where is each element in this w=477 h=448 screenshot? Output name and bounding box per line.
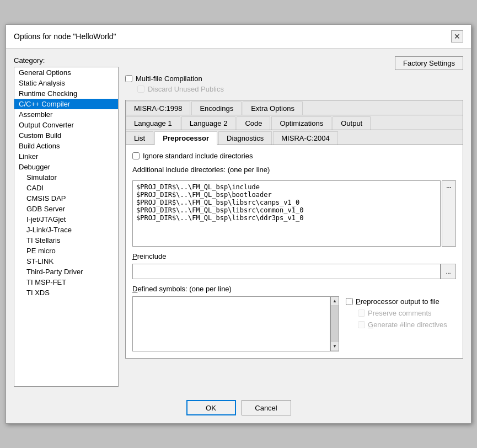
- category-list: General OptionsStatic AnalysisRuntime Ch…: [14, 67, 119, 387]
- multifile-label: Multi-file Compilation: [136, 74, 202, 83]
- tab-misra-2004[interactable]: MISRA-C:2004: [273, 131, 337, 145]
- sidebar-item-st-link[interactable]: ST-LINK: [14, 256, 118, 266]
- sidebar-item-static-analysis[interactable]: Static Analysis: [14, 78, 118, 88]
- preinclude-section: Preinclude ...: [132, 252, 456, 279]
- defined-symbols-label-text: Defined symbols: (one per line): [132, 285, 232, 293]
- discard-checkbox-row: Discard Unused Publics: [125, 85, 463, 93]
- multifile-checkbox-row: Multi-file Compilation: [125, 74, 463, 83]
- preinclude-input-row: ...: [132, 264, 456, 279]
- dialog-footer: OK Cancel: [6, 394, 471, 423]
- preserve-comments-checkbox-row: Preserve comments: [346, 309, 456, 317]
- preprocessor-output-checkbox[interactable]: [346, 298, 353, 305]
- preprocessor-output-section: Preprocessor output to file Preserve com…: [346, 296, 456, 329]
- tab-preprocessor[interactable]: Preprocessor: [154, 131, 217, 145]
- sidebar-item-third-party[interactable]: Third-Party Driver: [14, 266, 118, 277]
- additional-includes-label: Additional include directories: (one per…: [132, 166, 456, 174]
- include-dirs-area: Additional include directories: (one per…: [132, 166, 456, 247]
- generate-directives-checkbox-row: Generate #line directives: [346, 321, 456, 329]
- sidebar-item-i-jet[interactable]: I-jet/JTAGjet: [14, 214, 118, 225]
- multifile-checkbox[interactable]: [125, 75, 132, 82]
- sidebar-item-gdb-server[interactable]: GDB Server: [14, 204, 118, 214]
- title-bar: Options for node "HelloWorld" ✕: [6, 25, 471, 49]
- sidebar-item-assembler[interactable]: Assembler: [14, 109, 118, 120]
- tab-diagnostics[interactable]: Diagnostics: [218, 131, 272, 145]
- scroll-down-arrow[interactable]: ▼: [331, 342, 339, 351]
- tab-row-1: MISRA-C:1998EncodingsExtra Options: [126, 100, 463, 115]
- dialog-title: Options for node "HelloWorld": [14, 32, 116, 41]
- tab-encodings[interactable]: Encodings: [191, 102, 242, 115]
- right-panel: Factory Settings Multi-file Compilation …: [125, 56, 463, 387]
- preinclude-label: Preinclude: [132, 252, 456, 260]
- defined-symbols-label: Defined symbols: (one per line): [132, 285, 456, 293]
- preprocessor-output-label: Preprocessor output to file: [356, 297, 440, 306]
- defined-symbols-left: ▲ ▼: [132, 296, 339, 351]
- sidebar-item-ti-msp-fet[interactable]: TI MSP-FET: [14, 277, 118, 287]
- tab-language1[interactable]: Language 1: [126, 116, 180, 130]
- cancel-button[interactable]: Cancel: [242, 400, 291, 415]
- tab-code[interactable]: Code: [237, 116, 270, 130]
- sidebar-item-jlink[interactable]: J-Link/J-Trace: [14, 225, 118, 235]
- defined-symbols-textarea[interactable]: [132, 296, 330, 351]
- sidebar-item-general-options[interactable]: General Options: [14, 67, 118, 78]
- tab-content-preprocessor: Ignore standard include directories Addi…: [126, 145, 463, 358]
- tab-misra-1998[interactable]: MISRA-C:1998: [126, 102, 190, 115]
- sidebar-item-ti-xds[interactable]: TI XDS: [14, 287, 118, 298]
- sidebar-item-custom-build[interactable]: Custom Build: [14, 130, 118, 141]
- ignore-std-label: Ignore standard include directories: [143, 152, 253, 160]
- sidebar-item-cpp-compiler[interactable]: C/C++ Compiler: [14, 99, 118, 109]
- tab-output[interactable]: Output: [333, 116, 371, 130]
- include-dirs-textarea[interactable]: [132, 180, 441, 247]
- sidebar-item-ti-stellaris[interactable]: TI Stellaris: [14, 235, 118, 246]
- category-label: Category:: [14, 56, 119, 65]
- tab-row-2: Language 1Language 2CodeOptimizationsOut…: [126, 115, 463, 130]
- sidebar-item-linker[interactable]: Linker: [14, 151, 118, 162]
- dialog-body: Category: General OptionsStatic Analysis…: [6, 49, 471, 394]
- left-panel: Category: General OptionsStatic Analysis…: [14, 56, 119, 387]
- ignore-std-checkbox[interactable]: [132, 152, 140, 159]
- preinclude-input[interactable]: [132, 264, 441, 279]
- sidebar-item-debugger[interactable]: Debugger: [14, 162, 118, 172]
- defined-symbols-scrollbar: ▲ ▼: [330, 296, 339, 351]
- ignore-std-checkbox-row: Ignore standard include directories: [132, 152, 456, 160]
- preprocessor-output-checkbox-row: Preprocessor output to file: [346, 297, 456, 306]
- preserve-comments-label: Preserve comments: [368, 309, 432, 317]
- factory-settings-button[interactable]: Factory Settings: [395, 56, 463, 70]
- preserve-comments-checkbox[interactable]: [358, 310, 365, 317]
- sidebar-item-cmsis-dap[interactable]: CMSIS DAP: [14, 193, 118, 204]
- defined-symbols-row: ▲ ▼ Preprocessor o: [132, 296, 456, 351]
- scroll-up-arrow[interactable]: ▲: [331, 297, 339, 306]
- ok-button[interactable]: OK: [186, 400, 236, 415]
- sidebar-item-pe-micro[interactable]: PE micro: [14, 246, 118, 256]
- sidebar-item-cadi[interactable]: CADI: [14, 183, 118, 193]
- discard-checkbox[interactable]: [137, 86, 144, 93]
- tab-extra-options[interactable]: Extra Options: [243, 102, 303, 115]
- sidebar-item-runtime-checking[interactable]: Runtime Checking: [14, 88, 118, 99]
- defined-symbols-section: Defined symbols: (one per line) ▲ ▼: [132, 285, 456, 351]
- tab-row-3: ListPreprocessorDiagnosticsMISRA-C:2004: [126, 130, 463, 145]
- top-checkboxes: Multi-file Compilation Discard Unused Pu…: [125, 74, 463, 93]
- defined-symbols-textarea-wrapper: ▲ ▼: [132, 296, 339, 351]
- include-textbox-wrapper: …: [132, 180, 456, 247]
- discard-label: Discard Unused Publics: [148, 85, 224, 93]
- scroll-track: [331, 306, 339, 342]
- tabs-container: MISRA-C:1998EncodingsExtra Options Langu…: [125, 100, 463, 359]
- preinclude-browse-button[interactable]: ...: [441, 264, 456, 279]
- sidebar-item-simulator[interactable]: Simulator: [14, 172, 118, 183]
- close-button[interactable]: ✕: [451, 30, 463, 42]
- sidebar-item-output-converter[interactable]: Output Converter: [14, 120, 118, 130]
- tab-list[interactable]: List: [126, 131, 153, 145]
- top-row: Factory Settings: [125, 56, 463, 70]
- preinclude-label-text: Preinclude: [132, 252, 166, 260]
- include-dirs-browse-button[interactable]: …: [442, 180, 456, 247]
- tab-language2[interactable]: Language 2: [181, 116, 236, 130]
- sidebar-item-build-actions[interactable]: Build Actions: [14, 141, 118, 151]
- options-dialog: Options for node "HelloWorld" ✕ Category…: [6, 24, 471, 424]
- tab-optimizations[interactable]: Optimizations: [271, 116, 331, 130]
- generate-directives-label: Generate #line directives: [368, 321, 447, 329]
- generate-directives-checkbox[interactable]: [358, 321, 365, 328]
